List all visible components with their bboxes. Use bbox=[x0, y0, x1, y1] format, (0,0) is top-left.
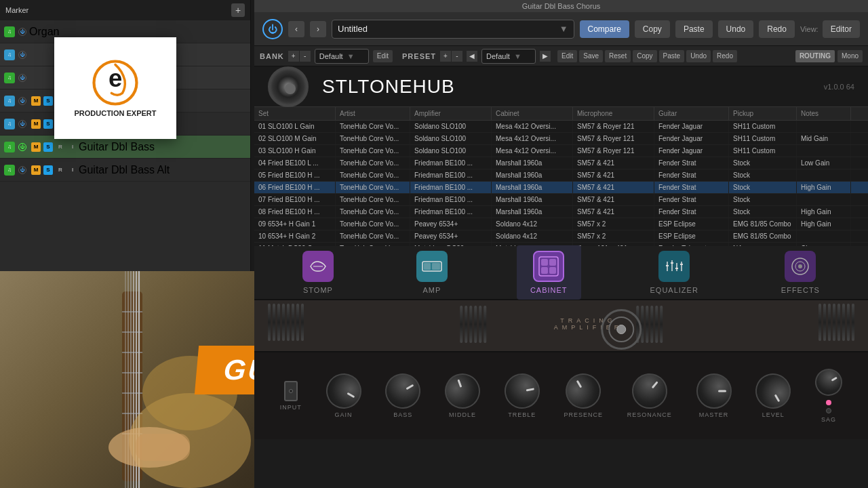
track-type-icon: ♫ bbox=[4, 119, 15, 129]
preset-list-row[interactable]: 03 SLO100 H Gain ToneHub Core Vo... Sold… bbox=[254, 145, 868, 157]
solo-button[interactable]: S bbox=[43, 165, 53, 175]
power-button[interactable]: ⏻ bbox=[262, 19, 283, 39]
mute-button[interactable]: M bbox=[31, 142, 41, 152]
redo-button[interactable]: Redo bbox=[759, 20, 795, 38]
undo-button[interactable]: Undo bbox=[718, 20, 754, 38]
middle-knob[interactable] bbox=[440, 369, 486, 414]
equalizer-effect-item[interactable]: EQUALIZER bbox=[637, 245, 712, 300]
preset-list-row[interactable]: 02 SLO100 M Gain ToneHub Core Vo... Sold… bbox=[254, 133, 868, 145]
track-power-btn[interactable]: ⏻ bbox=[18, 74, 26, 82]
mute-button[interactable]: M bbox=[31, 96, 41, 106]
preset-list-row[interactable]: 01 SLO100 L Gain ToneHub Core Vo... Sold… bbox=[254, 121, 868, 133]
master-knob[interactable] bbox=[696, 373, 732, 409]
preset-prev-button[interactable]: ‹ bbox=[288, 21, 304, 37]
preset-list-row[interactable]: 10 6534+ H Gain 2 ToneHub Core Vo... Pea… bbox=[254, 230, 868, 243]
preset-arrow-left[interactable]: ◀ bbox=[467, 51, 477, 62]
preset-name-dropdown[interactable]: Untitled ▼ bbox=[332, 20, 574, 39]
paste-button[interactable]: Paste bbox=[675, 20, 713, 38]
bank-select-dropdown[interactable]: Default ▼ bbox=[315, 49, 369, 64]
track-power-btn[interactable]: ⏻ bbox=[18, 28, 26, 36]
solo-button[interactable]: S bbox=[43, 96, 53, 106]
preset-list-header: Set Artist Amplifier Cabinet Microphone … bbox=[254, 107, 868, 121]
preset-list-row[interactable]: 08 Fried BE100 H ... ToneHub Core Vo... … bbox=[254, 206, 868, 218]
preset-cell-microphone: SM57 & Royer 121 bbox=[573, 121, 654, 132]
compare-button[interactable]: Compare bbox=[580, 20, 629, 38]
sag-knob[interactable] bbox=[810, 364, 848, 401]
bank-edit-button[interactable]: Edit bbox=[373, 50, 393, 62]
input-button[interactable]: I bbox=[68, 165, 77, 175]
preset-edit-button[interactable]: Edit bbox=[557, 50, 577, 62]
record-button[interactable]: R bbox=[56, 142, 65, 152]
vent-line bbox=[292, 304, 294, 341]
mute-button[interactable]: M bbox=[31, 165, 41, 175]
vent-line bbox=[842, 304, 845, 341]
preset-select-dropdown[interactable]: Default ▼ bbox=[481, 49, 536, 64]
bank-minus-button[interactable]: - bbox=[300, 51, 311, 62]
stomp-icon bbox=[302, 251, 334, 282]
preset-reset-button[interactable]: Reset bbox=[605, 50, 631, 62]
bass-knob[interactable] bbox=[379, 367, 427, 415]
window-title-bar: Guitar Dbl Bass Chorus bbox=[254, 0, 868, 12]
preset-arrow-right[interactable]: ▶ bbox=[540, 51, 551, 62]
editor-view-button[interactable]: Editor bbox=[823, 20, 860, 38]
preset-cell-guitar: Fender Strat bbox=[654, 182, 729, 193]
preset-cell-guitar: ESP Eclipse bbox=[654, 218, 729, 230]
track-type-icon: ♫ bbox=[4, 49, 15, 60]
mute-button[interactable]: M bbox=[31, 119, 41, 129]
preset-list-row[interactable]: 07 Fried BE100 H ... ToneHub Core Vo... … bbox=[254, 194, 868, 206]
routing-button[interactable]: ROUTING bbox=[795, 50, 835, 62]
effects-effect-item[interactable]: EFFECTS bbox=[768, 245, 833, 300]
stl-tonehub-plugin: Guitar Dbl Bass Chorus ⏻ ‹ › Untitled ▼ … bbox=[254, 0, 868, 488]
bank-plus-button[interactable]: + bbox=[288, 51, 299, 62]
preset-cell-amplifier: Peavey 6534+ bbox=[410, 230, 492, 242]
stl-logo: STLTONEHUB bbox=[322, 76, 455, 98]
input-button[interactable]: I bbox=[68, 142, 77, 152]
preset-plus-button[interactable]: + bbox=[440, 51, 451, 62]
resonance-knob-group: RESONANCE bbox=[627, 373, 672, 418]
preset-save-button[interactable]: Save bbox=[579, 50, 603, 62]
stomp-label: STOMP bbox=[303, 286, 333, 294]
cabinet-label: CABINET bbox=[530, 286, 568, 294]
preset-cell-amplifier: Friedman BE100 ... bbox=[410, 206, 492, 218]
preset-paste-button[interactable]: Paste bbox=[659, 50, 685, 62]
preset-minus-button[interactable]: - bbox=[452, 51, 462, 62]
track-power-btn[interactable]: ⏻ bbox=[18, 97, 26, 105]
stomp-effect-item[interactable]: STOMP bbox=[289, 245, 347, 300]
solo-button[interactable]: S bbox=[43, 119, 53, 129]
preset-list-row[interactable]: 05 Fried BE100 H ... ToneHub Core Vo... … bbox=[254, 169, 868, 182]
preset-list-row[interactable]: 09 6534+ H Gain 1 ToneHub Core Vo... Pea… bbox=[254, 218, 868, 230]
gain-knob[interactable] bbox=[319, 367, 368, 415]
treble-knob[interactable] bbox=[502, 371, 542, 411]
preset-cell-artist: ToneHub Core Vo... bbox=[336, 230, 410, 242]
resonance-knob[interactable] bbox=[625, 366, 674, 415]
preset-cell-set: 09 6534+ H Gain 1 bbox=[254, 218, 336, 230]
preset-list-row[interactable]: 04 Fried BE100 L ... ToneHub Core Vo... … bbox=[254, 157, 868, 169]
production-expert-overlay: e PRODUCTION EXPERT bbox=[54, 37, 176, 139]
copy-button[interactable]: Copy bbox=[635, 20, 670, 38]
speaker-center-dot bbox=[616, 325, 626, 334]
track-power-btn[interactable]: ⏻ bbox=[18, 51, 26, 59]
svg-rect-27 bbox=[541, 267, 548, 274]
preset-cell-guitar: Fender Strat bbox=[654, 194, 729, 205]
add-track-button[interactable]: + bbox=[231, 3, 245, 17]
record-button[interactable]: R bbox=[56, 165, 65, 175]
preset-cell-cabinet: Soldano 4x12 bbox=[492, 218, 573, 230]
cabinet-effect-item[interactable]: CABINET bbox=[517, 245, 581, 300]
level-knob[interactable] bbox=[749, 367, 797, 415]
col-header-notes: Notes bbox=[797, 107, 851, 120]
preset-redo-button[interactable]: Redo bbox=[713, 50, 737, 62]
presence-knob[interactable] bbox=[559, 367, 608, 415]
track-power-btn[interactable]: ⏻ bbox=[18, 120, 26, 128]
preset-list-row[interactable]: 06 Fried BE100 H ... ToneHub Core Vo... … bbox=[254, 182, 868, 194]
equalizer-icon bbox=[658, 251, 690, 282]
preset-cell-microphone: SM57 & Royer 121 bbox=[573, 145, 654, 157]
track-power-btn[interactable]: ⏻ bbox=[18, 143, 26, 151]
track-power-btn[interactable]: ⏻ bbox=[18, 166, 26, 174]
amp-effect-item[interactable]: AMP bbox=[403, 245, 461, 300]
solo-button[interactable]: S bbox=[43, 142, 53, 152]
preset-undo-button[interactable]: Undo bbox=[686, 50, 711, 62]
preset-cell-notes: High Gain bbox=[797, 218, 851, 230]
preset-copy-button[interactable]: Copy bbox=[633, 50, 656, 62]
mono-button[interactable]: Mono bbox=[837, 50, 863, 62]
preset-next-button[interactable]: › bbox=[310, 21, 326, 37]
